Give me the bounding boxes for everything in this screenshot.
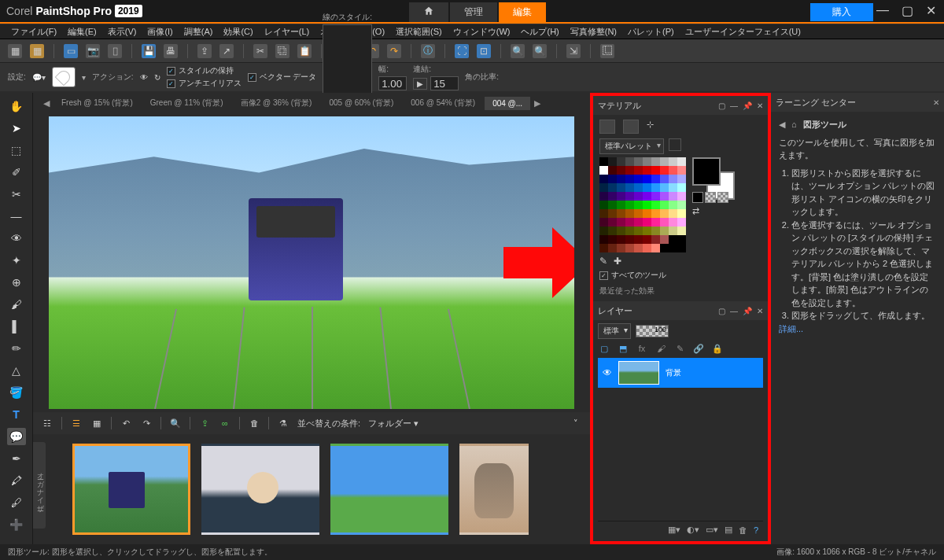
info-icon[interactable]: ⓘ (421, 44, 435, 58)
color-swatch[interactable] (634, 235, 643, 244)
panel-close-icon[interactable]: ✕ (757, 307, 763, 315)
redeye-tool[interactable]: 👁 (7, 230, 26, 247)
color-swatch[interactable] (677, 175, 686, 183)
add-swatch-icon[interactable]: ✚ (614, 256, 621, 267)
color-swatch[interactable] (669, 235, 677, 244)
color-swatch[interactable] (669, 192, 677, 201)
zoom-in-icon[interactable]: 🔍 (533, 44, 547, 58)
color-swatch[interactable] (608, 175, 617, 183)
camera-icon[interactable]: 📷 (86, 44, 100, 58)
mini-pattern[interactable] (717, 192, 728, 203)
fit-icon[interactable]: ⊡ (477, 44, 491, 58)
color-swatch[interactable] (651, 209, 660, 218)
doc-tab[interactable]: 006 @ 54% (背景) (403, 95, 483, 111)
color-swatch[interactable] (634, 192, 643, 201)
thumbnail[interactable] (330, 444, 448, 535)
color-swatch[interactable] (634, 183, 643, 192)
color-swatch[interactable] (677, 235, 686, 244)
marker-tool[interactable]: ✏ (7, 340, 26, 357)
palette-opts-icon[interactable] (669, 138, 681, 151)
color-swatch[interactable] (599, 244, 608, 252)
crop-tool[interactable]: ✂ (7, 186, 26, 203)
filter-icon[interactable]: ⚗ (277, 417, 289, 429)
color-swatch[interactable] (617, 183, 625, 192)
color-swatch[interactable] (599, 227, 608, 235)
doc-tab[interactable]: 005 @ 60% (背景) (321, 95, 401, 111)
color-swatch[interactable] (677, 183, 686, 192)
delete-layer-icon[interactable]: 🗑 (739, 525, 747, 535)
text-tool[interactable]: T (7, 406, 26, 423)
adjust-layer-icon[interactable]: ◐▾ (687, 525, 699, 535)
swatches-mode-icon[interactable] (599, 120, 615, 134)
swap-colors-icon[interactable]: ⇄ (692, 206, 699, 216)
foreground-color[interactable] (692, 157, 721, 186)
pen-tool[interactable]: ✒ (7, 450, 26, 467)
color-swatch[interactable] (608, 192, 617, 201)
color-swatch[interactable] (643, 218, 651, 227)
color-swatch[interactable] (643, 157, 651, 166)
color-swatch[interactable] (617, 157, 625, 166)
menu-ui[interactable]: ユーザーインターフェイス(U) (685, 26, 801, 38)
color-swatch[interactable] (608, 209, 617, 218)
art-media-tool[interactable]: 🖍 (7, 472, 26, 489)
color-swatch[interactable] (634, 244, 643, 252)
shape-preset[interactable] (52, 67, 76, 87)
mini-transparent[interactable] (705, 192, 716, 203)
color-swatch[interactable] (660, 192, 669, 201)
menu-edit[interactable]: 編集(E) (68, 26, 97, 38)
color-swatch[interactable] (634, 218, 643, 227)
color-swatch[interactable] (669, 175, 677, 183)
color-swatch[interactable] (651, 166, 660, 175)
color-swatch[interactable] (608, 183, 617, 192)
collapse-icon[interactable]: ˅ (570, 417, 582, 429)
color-swatch[interactable] (660, 235, 669, 244)
color-swatch[interactable] (617, 244, 625, 252)
color-swatches[interactable] (599, 157, 686, 252)
color-swatch[interactable] (651, 227, 660, 235)
vector-checkbox[interactable]: ✓ベクター データ (248, 72, 317, 83)
color-swatch[interactable] (625, 218, 634, 227)
panel-window-icon[interactable]: ▢ (718, 307, 725, 315)
print-icon[interactable]: 🖶 (164, 44, 178, 58)
fill-tool[interactable]: 🪣 (7, 384, 26, 401)
save-icon[interactable]: 💾 (142, 44, 156, 58)
color-swatch[interactable] (677, 201, 686, 209)
manage-tab[interactable]: 管理 (450, 2, 497, 22)
zoom-icon[interactable]: 🔍 (169, 417, 182, 429)
color-swatch[interactable] (660, 166, 669, 175)
clone-tool[interactable]: ⊕ (7, 274, 26, 291)
close-button[interactable]: ✕ (923, 2, 939, 20)
panel-window-icon[interactable]: ▢ (718, 101, 725, 110)
edit-tab[interactable]: 編集 (499, 2, 546, 22)
color-swatch[interactable] (617, 227, 625, 235)
card-icon[interactable]: ▭ (64, 44, 78, 58)
doc-tab[interactable]: 画像2 @ 36% (背景) (233, 95, 320, 111)
home-tab[interactable] (409, 2, 448, 22)
color-swatch[interactable] (677, 227, 686, 235)
makeover-tool[interactable]: ✦ (7, 252, 26, 269)
color-swatch[interactable] (625, 201, 634, 209)
menu-image[interactable]: 画像(I) (147, 26, 172, 38)
color-swatch[interactable] (634, 175, 643, 183)
color-swatch[interactable] (625, 192, 634, 201)
color-swatch[interactable] (599, 183, 608, 192)
palette-dropdown[interactable]: 標準パレット (599, 138, 664, 154)
color-swatch[interactable] (625, 227, 634, 235)
blend-mode-dropdown[interactable]: 標準 (598, 323, 631, 339)
redo-icon[interactable]: ↷ (387, 44, 401, 58)
tab-scroll-right[interactable]: ▶ (532, 98, 543, 109)
color-swatch[interactable] (660, 227, 669, 235)
layer-edit-icon[interactable]: ✎ (673, 342, 686, 355)
layer-row[interactable]: 👁 背景 (598, 358, 763, 388)
color-swatch[interactable] (651, 235, 660, 244)
join-type-icon[interactable]: ▶ (413, 78, 427, 90)
color-swatch[interactable] (643, 166, 651, 175)
zoom-out-icon[interactable]: 🔍 (511, 44, 525, 58)
tree-icon[interactable]: ☷ (41, 417, 53, 429)
grid-icon[interactable]: ▦ (90, 417, 103, 429)
join-input[interactable] (430, 76, 459, 90)
doc-tab[interactable]: Fresh @ 15% (背景) (53, 95, 141, 111)
color-swatch[interactable] (651, 218, 660, 227)
panel-pin-icon[interactable]: 📌 (743, 307, 752, 315)
brush-tool[interactable]: 🖌 (7, 296, 26, 313)
